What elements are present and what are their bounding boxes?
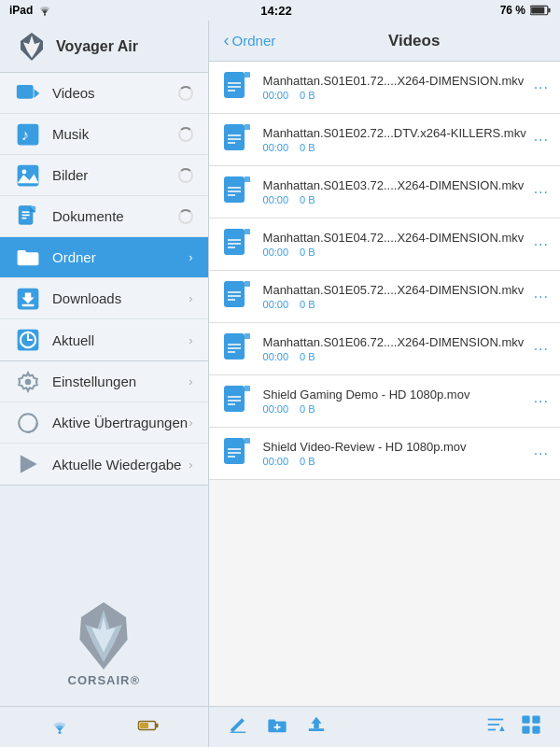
- file-meta: 00:00 0 B: [263, 456, 526, 467]
- file-item[interactable]: Manhattan.S01E02.72...DTV.x264-KILLERS.m…: [209, 114, 560, 166]
- file-item[interactable]: Manhattan.S01E03.72....X264-DIMENSION.mk…: [209, 166, 560, 218]
- file-more-button[interactable]: ···: [526, 341, 549, 358]
- file-details: Manhattan.S01E06.72....X264-DIMENSION.mk…: [263, 335, 526, 362]
- sidebar-item-downloads[interactable]: Downloads ›: [0, 278, 208, 319]
- musik-spinner: [178, 127, 193, 142]
- status-time: 14:22: [260, 4, 291, 18]
- svg-rect-61: [224, 333, 245, 359]
- file-name: Manhattan.S01E04.72....X264-DIMENSION.mk…: [263, 231, 526, 245]
- corsair-logo-small: [15, 30, 49, 63]
- file-item[interactable]: Shield Gaming Demo - HD 1080p.mov 00:00 …: [209, 375, 560, 428]
- svg-rect-88: [522, 715, 529, 723]
- svg-point-0: [44, 14, 46, 16]
- content-title: Videos: [283, 32, 545, 50]
- file-icon: [220, 434, 254, 473]
- file-name: Shield Gaming Demo - HD 1080p.mov: [263, 388, 526, 402]
- file-size: 0 B: [300, 403, 315, 415]
- file-more-button[interactable]: ···: [526, 393, 549, 410]
- svg-rect-3: [531, 7, 544, 13]
- sidebar-footer: CORSAIR®: [0, 486, 208, 706]
- svg-rect-89: [532, 715, 539, 723]
- edit-icon[interactable]: [228, 714, 248, 740]
- einstellungen-label: Einstellungen: [52, 374, 189, 389]
- musik-label: Musik: [52, 126, 178, 142]
- wifi-status-icon: [49, 717, 71, 738]
- status-bar: iPad 14:22 76 %: [0, 0, 560, 21]
- content-toolbar-left: [228, 714, 327, 740]
- upload-icon[interactable]: [306, 714, 327, 740]
- file-name: Shield Video-Review - HD 1080p.mov: [263, 440, 526, 454]
- sidebar-item-dokumente[interactable]: Dokumente: [0, 196, 208, 237]
- sidebar-item-aktuell[interactable]: Aktuell ›: [0, 319, 208, 360]
- ordner-label: Ordner: [52, 249, 189, 265]
- file-item[interactable]: Manhattan.S01E06.72....X264-DIMENSION.mk…: [209, 323, 560, 375]
- svg-rect-33: [245, 72, 250, 78]
- svg-point-23: [25, 378, 32, 385]
- file-item[interactable]: Manhattan.S01E04.72....X264-DIMENSION.mk…: [209, 218, 560, 271]
- file-more-button[interactable]: ···: [526, 184, 549, 201]
- svg-marker-5: [35, 89, 40, 98]
- add-folder-icon[interactable]: [267, 714, 287, 740]
- svg-rect-31: [224, 72, 245, 98]
- svg-marker-87: [499, 726, 505, 731]
- aktive-uebertragungen-icon: [15, 410, 41, 436]
- ipad-label: iPad: [9, 4, 33, 17]
- sidebar-item-einstellungen[interactable]: Einstellungen ›: [0, 361, 208, 402]
- svg-rect-20: [22, 303, 35, 305]
- file-more-button[interactable]: ···: [526, 236, 549, 253]
- file-meta: 00:00 0 B: [263, 299, 526, 310]
- file-more-button[interactable]: ···: [526, 289, 549, 305]
- content-toolbar-right: [485, 714, 541, 740]
- aktuelle-wiedergabe-label: Aktuelle Wiedergabe: [52, 457, 189, 472]
- sidebar-item-videos[interactable]: Videos: [0, 73, 208, 114]
- file-item[interactable]: Manhattan.S01E05.72....X264-DIMENSION.mk…: [209, 271, 560, 323]
- svg-rect-39: [245, 124, 250, 130]
- bilder-label: Bilder: [52, 167, 178, 183]
- sidebar-nav-section: Videos ♪ Musik: [0, 73, 208, 361]
- sidebar-item-aktive-uebertragungen[interactable]: Aktive Übertragungen ›: [0, 402, 208, 444]
- sort-icon[interactable]: [485, 714, 506, 740]
- sidebar-item-musik[interactable]: ♪ Musik: [0, 114, 208, 155]
- sidebar: Voyager Air Videos: [0, 21, 209, 747]
- file-icon: [220, 330, 254, 369]
- bilder-spinner: [178, 168, 193, 183]
- aktuell-icon: [15, 327, 41, 353]
- svg-rect-51: [245, 229, 250, 234]
- svg-rect-57: [245, 281, 250, 287]
- file-name: Manhattan.S01E05.72....X264-DIMENSION.mk…: [263, 283, 526, 297]
- file-more-button[interactable]: ···: [526, 79, 549, 96]
- file-details: Shield Video-Review - HD 1080p.mov 00:00…: [263, 440, 526, 467]
- file-duration: 00:00: [263, 142, 289, 153]
- aktuell-label: Aktuell: [52, 332, 189, 348]
- file-details: Manhattan.S01E04.72....X264-DIMENSION.mk…: [263, 231, 526, 258]
- status-left: iPad: [9, 4, 52, 17]
- back-button[interactable]: ‹ Ordner: [224, 31, 276, 50]
- corsair-logo-large: [66, 599, 141, 673]
- grid-icon[interactable]: [521, 714, 541, 740]
- back-label: Ordner: [232, 33, 276, 49]
- sidebar-item-aktuelle-wiedergabe[interactable]: Aktuelle Wiedergabe ›: [0, 444, 208, 485]
- sidebar-item-ordner[interactable]: Ordner ›: [0, 237, 208, 278]
- file-duration: 00:00: [263, 351, 289, 362]
- svg-point-9: [22, 169, 27, 174]
- file-more-button[interactable]: ···: [526, 132, 549, 148]
- svg-rect-75: [245, 438, 250, 444]
- back-chevron: ‹: [224, 31, 230, 50]
- downloads-label: Downloads: [52, 290, 189, 306]
- svg-rect-91: [532, 726, 539, 733]
- sidebar-item-bilder[interactable]: Bilder: [0, 155, 208, 196]
- file-duration: 00:00: [263, 456, 289, 467]
- svg-rect-90: [522, 726, 529, 733]
- file-item[interactable]: Shield Video-Review - HD 1080p.mov 00:00…: [209, 428, 560, 480]
- content-header: ‹ Ordner Videos: [209, 21, 560, 62]
- file-item[interactable]: Manhattan.S01E01.72....X264-DIMENSION.mk…: [209, 62, 560, 114]
- einstellungen-chevron: ›: [189, 374, 192, 388]
- svg-rect-55: [224, 281, 245, 307]
- file-name: Manhattan.S01E01.72....X264-DIMENSION.mk…: [263, 74, 526, 88]
- status-right: 76 %: [500, 4, 551, 17]
- file-more-button[interactable]: ···: [526, 445, 549, 462]
- app-title: Voyager Air: [56, 38, 138, 55]
- svg-rect-43: [224, 176, 245, 203]
- file-meta: 00:00 0 B: [263, 142, 526, 153]
- ordner-chevron: ›: [189, 250, 192, 264]
